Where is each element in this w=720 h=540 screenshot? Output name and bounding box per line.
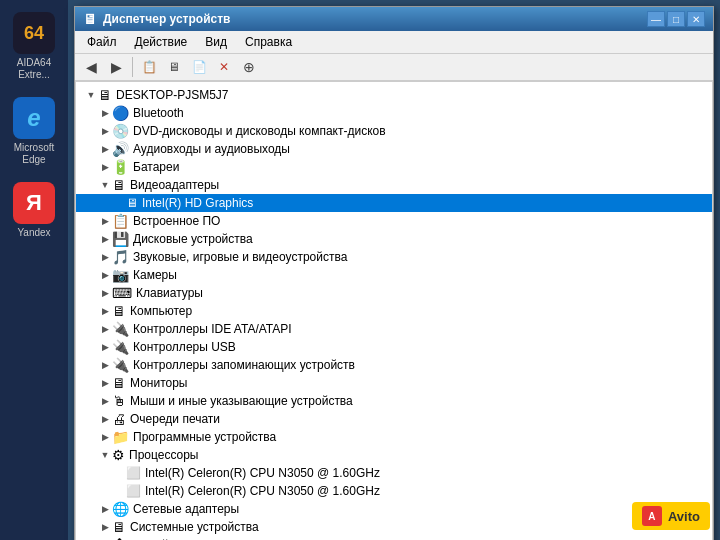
toolbar-scan[interactable]: 📄 [187,56,211,78]
tree-item-sound[interactable]: ▶ 🎵 Звуковые, игровые и видеоустройства [76,248,712,266]
tree-item-printqueue[interactable]: ▶ 🖨 Очереди печати [76,410,712,428]
tree-item-firmware[interactable]: ▶ 📋 Встроенное ПО [76,212,712,230]
tree-item-processors[interactable]: ▼ ⚙ Процессоры [76,446,712,464]
sidebar-label-edge: MicrosoftEdge [14,142,55,166]
toolbar-back[interactable]: ◀ [79,56,103,78]
tree-item-audio[interactable]: ▶ 🔊 Аудиовходы и аудиовыходы [76,140,712,158]
tree-item-bluetooth[interactable]: ▶ 🔵 Bluetooth [76,104,712,122]
main-area: 🖥 Диспетчер устройств — □ ✕ Файл Действи… [68,0,720,540]
window-icon: 🖥 [83,11,97,27]
tree-item-computer[interactable]: ▶ 🖥 Компьютер [76,302,712,320]
avito-logo-icon: A [642,506,662,526]
tree-item-video[interactable]: ▼ 🖥 Видеоадаптеры [76,176,712,194]
title-bar: 🖥 Диспетчер устройств — □ ✕ [75,7,713,31]
toolbar-update-driver[interactable]: 🖥 [162,56,186,78]
content-area: ▼ 🖥 DESKTOP-PJSM5J7 ▶ 🔵 Bluetooth ▶ 💿 DV… [75,81,713,540]
maximize-button[interactable]: □ [667,11,685,27]
tree-item-intel-gpu[interactable]: 🖥 Intel(R) HD Graphics [76,194,712,212]
tree-item-ide[interactable]: ▶ 🔌 Контроллеры IDE ATA/ATAPI [76,320,712,338]
menu-view[interactable]: Вид [197,33,235,51]
toolbar-forward[interactable]: ▶ [104,56,128,78]
sidebar: 64 AIDA64Extre... e MicrosoftEdge Я Yand… [0,0,68,540]
avito-label: Avito [668,509,700,524]
tree-item-keyboards[interactable]: ▶ ⌨ Клавиатуры [76,284,712,302]
window-title: Диспетчер устройств [103,12,641,26]
menu-help[interactable]: Справка [237,33,300,51]
device-manager-window: 🖥 Диспетчер устройств — □ ✕ Файл Действи… [74,6,714,540]
edge-icon: e [13,97,55,139]
toolbar-sep-1 [132,57,133,77]
sidebar-item-edge[interactable]: e MicrosoftEdge [6,93,62,170]
menu-bar: Файл Действие Вид Справка [75,31,713,54]
minimize-button[interactable]: — [647,11,665,27]
tree-item-battery[interactable]: ▶ 🔋 Батареи [76,158,712,176]
toolbar-add[interactable]: ⊕ [237,56,261,78]
tree-item-monitors[interactable]: ▶ 🖥 Мониторы [76,374,712,392]
tree-item-dvd[interactable]: ▶ 💿 DVD-дисководы и дисководы компакт-ди… [76,122,712,140]
menu-file[interactable]: Файл [79,33,125,51]
tree-item-software[interactable]: ▶ 📁 Программные устройства [76,428,712,446]
tree-item-mice[interactable]: ▶ 🖱 Мыши и иные указывающие устройства [76,392,712,410]
intel-gpu-label: Intel(R) HD Graphics [142,196,708,210]
aida64-icon: 64 [13,12,55,54]
yandex-icon: Я [13,182,55,224]
avito-badge: A Avito [632,502,710,530]
sidebar-item-aida64[interactable]: 64 AIDA64Extre... [6,8,62,85]
tree-item-cpu2[interactable]: ⬜ Intel(R) Celeron(R) CPU N3050 @ 1.60GH… [76,482,712,500]
window-controls: — □ ✕ [647,11,705,27]
close-button[interactable]: ✕ [687,11,705,27]
tree-root[interactable]: ▼ 🖥 DESKTOP-PJSM5J7 [76,86,712,104]
sidebar-label-aida64: AIDA64Extre... [17,57,51,81]
menu-action[interactable]: Действие [127,33,196,51]
tree-item-network[interactable]: ▶ 🌐 Сетевые адаптеры [76,500,712,518]
tree-item-cpu1[interactable]: ⬜ Intel(R) Celeron(R) CPU N3050 @ 1.60GH… [76,464,712,482]
sidebar-label-yandex: Yandex [17,227,50,239]
toolbar-properties[interactable]: 📋 [137,56,161,78]
sidebar-item-yandex[interactable]: Я Yandex [6,178,62,243]
tree-item-storage-ctrl[interactable]: ▶ 🔌 Контроллеры запоминающих устройств [76,356,712,374]
tree-item-diskdrives[interactable]: ▶ 💾 Дисковые устройства [76,230,712,248]
tree-item-hid[interactable]: ▶ 🕹 Устройства HID (Human Interface Devi… [76,536,712,540]
tree-item-cameras[interactable]: ▶ 📷 Камеры [76,266,712,284]
root-label: DESKTOP-PJSM5J7 [116,88,708,102]
tree-item-usb[interactable]: ▶ 🔌 Контроллеры USB [76,338,712,356]
computer-icon: 🖥 [98,87,112,103]
expander-root[interactable]: ▼ [84,88,98,102]
device-tree[interactable]: ▼ 🖥 DESKTOP-PJSM5J7 ▶ 🔵 Bluetooth ▶ 💿 DV… [75,81,713,540]
tree-item-system[interactable]: ▶ 🖥 Системные устройства [76,518,712,536]
toolbar-remove[interactable]: ✕ [212,56,236,78]
toolbar: ◀ ▶ 📋 🖥 📄 ✕ ⊕ [75,54,713,81]
